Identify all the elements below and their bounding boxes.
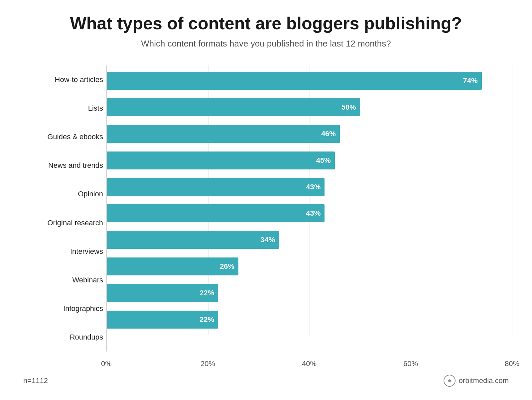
- x-axis-label: 80%: [505, 359, 519, 368]
- bar: 45%: [107, 151, 335, 169]
- y-axis-labels: How-to articlesListsGuides & ebooksNews …: [20, 65, 106, 368]
- brand-logo: [444, 375, 456, 387]
- y-label: Opinion: [20, 182, 103, 206]
- bar-value-label: 26%: [220, 262, 238, 271]
- y-label: Guides & ebooks: [20, 125, 103, 149]
- bar: 22%: [107, 311, 218, 329]
- bar-row: 43%: [107, 201, 512, 225]
- x-axis-label: 40%: [302, 359, 317, 368]
- bars-and-grid: 74%50%46%45%43%43%34%26%22%22% 0%20%40%6…: [106, 65, 512, 368]
- bar-row: 50%: [107, 95, 512, 119]
- chart-subtitle: Which content formats have you published…: [141, 39, 391, 49]
- bar-row: 74%: [107, 69, 512, 93]
- y-label: Interviews: [20, 240, 103, 263]
- bar-row: 46%: [107, 122, 512, 146]
- y-label: Roundups: [20, 325, 103, 349]
- bar: 34%: [107, 231, 279, 249]
- bar: 43%: [107, 204, 325, 222]
- bar-row: 22%: [107, 281, 512, 305]
- bar: 26%: [107, 257, 238, 275]
- y-label: News and trends: [20, 153, 103, 177]
- bar: 74%: [107, 72, 482, 90]
- y-label: Original research: [20, 211, 103, 235]
- grid-and-bars: 74%50%46%45%43%43%34%26%22%22%: [106, 65, 512, 351]
- bar: 43%: [107, 178, 325, 196]
- bar-value-label: 43%: [306, 183, 325, 191]
- bar-value-label: 34%: [260, 236, 279, 244]
- bar-value-label: 43%: [306, 209, 325, 218]
- bars-container: 74%50%46%45%43%43%34%26%22%22%: [107, 65, 512, 335]
- y-label: How-to articles: [20, 68, 103, 92]
- bar-row: 22%: [107, 308, 512, 332]
- y-label: Webinars: [20, 268, 103, 292]
- bar-row: 34%: [107, 228, 512, 252]
- x-axis-labels: 0%20%40%60%80%: [106, 351, 512, 368]
- brand-name: orbitmedia.com: [459, 376, 509, 385]
- bar-row: 26%: [107, 254, 512, 278]
- bar-row: 43%: [107, 175, 512, 199]
- bar: 50%: [107, 98, 360, 116]
- y-label: Lists: [20, 96, 103, 120]
- bar-value-label: 45%: [316, 156, 335, 165]
- x-axis-label: 20%: [200, 359, 215, 368]
- bar-value-label: 22%: [200, 289, 218, 297]
- chart-inner: How-to articlesListsGuides & ebooksNews …: [20, 65, 512, 368]
- bar-value-label: 50%: [341, 103, 360, 112]
- bar-row: 45%: [107, 149, 512, 172]
- chart-area: How-to articlesListsGuides & ebooksNews …: [20, 65, 512, 368]
- x-axis-label: 0%: [101, 359, 112, 368]
- y-label: Infographics: [20, 297, 103, 321]
- grid-line: [512, 65, 512, 335]
- chart-title: What types of content are bloggers publi…: [70, 13, 462, 33]
- footer: n=1112 orbitmedia.com: [20, 375, 512, 387]
- brand: orbitmedia.com: [444, 375, 509, 387]
- bar: 46%: [107, 125, 340, 143]
- bar-value-label: 22%: [200, 315, 218, 324]
- bar-value-label: 74%: [463, 76, 482, 85]
- x-axis-label: 60%: [403, 359, 418, 368]
- bar: 22%: [107, 284, 218, 302]
- sample-size: n=1112: [23, 376, 48, 385]
- bar-value-label: 46%: [321, 130, 340, 138]
